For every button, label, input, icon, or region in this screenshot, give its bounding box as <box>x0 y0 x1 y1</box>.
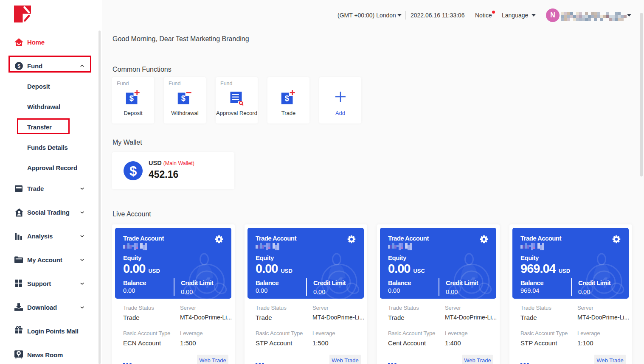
svg-text:$: $ <box>129 94 133 103</box>
svg-text:$: $ <box>17 63 20 69</box>
svg-text:$: $ <box>284 94 289 103</box>
svg-text:$: $ <box>129 164 137 179</box>
svg-text:$: $ <box>181 94 185 103</box>
